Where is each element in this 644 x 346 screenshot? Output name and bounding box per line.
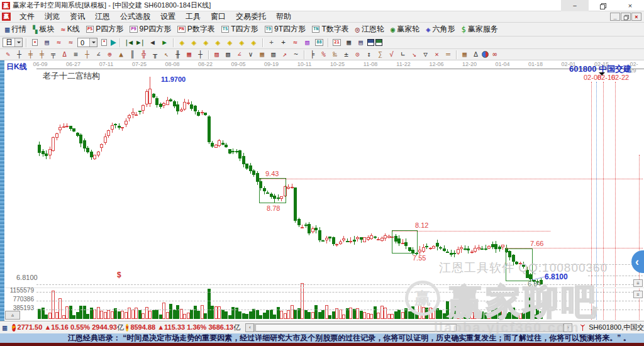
toolbar-button[interactable]: ◎江恩轮: [353, 23, 388, 35]
scroll-right-button[interactable]: ›: [564, 323, 572, 332]
menu-item[interactable]: 资讯: [65, 11, 90, 23]
adjust-selector[interactable]: 0: [77, 38, 97, 47]
draw-tool-icon[interactable]: %: [318, 50, 329, 60]
diamond-tool-button[interactable]: ◈: [201, 38, 211, 48]
scroll-left-button[interactable]: ‹: [245, 323, 254, 332]
playback-nav-button[interactable]: ◀: [147, 38, 158, 48]
diamond-tool-button[interactable]: ◈: [225, 38, 235, 48]
playback-nav-button[interactable]: |◀: [123, 38, 134, 48]
menu-item[interactable]: 江恩: [90, 11, 115, 23]
cursor-tool-icon[interactable]: +: [266, 38, 277, 48]
draw-tool-icon[interactable]: ⊕: [104, 50, 115, 60]
diamond-tool-button[interactable]: ◈: [177, 38, 187, 48]
toolbar-button[interactable]: $赢家服务: [458, 23, 501, 35]
draw-tool-icon[interactable]: ↖: [161, 50, 172, 60]
cursor-tool-icon[interactable]: 88: [314, 38, 325, 48]
scroll-track[interactable]: [254, 323, 564, 332]
draw-tool-icon[interactable]: ▦: [459, 50, 470, 60]
draw-tool-icon[interactable]: ±: [341, 50, 352, 60]
draw-tool-icon[interactable]: ✎: [3, 50, 13, 60]
horizontal-scrollbar[interactable]: ‹ ›: [245, 323, 572, 332]
menu-item[interactable]: 窗口: [206, 11, 231, 23]
draw-tool-icon[interactable]: ∠: [93, 50, 104, 60]
menu-item[interactable]: 交易委托: [231, 11, 271, 23]
menu-item[interactable]: 公式选股: [115, 11, 155, 23]
draw-tool-icon[interactable]: ┼: [14, 50, 25, 60]
draw-tool-icon[interactable]: ~: [291, 50, 301, 60]
draw-tool-icon[interactable]: ‰: [330, 50, 340, 60]
draw-tool-icon[interactable]: ╬: [138, 50, 149, 60]
draw-tool-icon[interactable]: ∑: [375, 50, 386, 60]
draw-tool-icon[interactable]: ┼: [82, 50, 92, 60]
draw-tool-icon[interactable]: ╪: [25, 50, 36, 60]
close-button[interactable]: ×: [616, 0, 644, 11]
nav-tool-icon[interactable]: ≈: [65, 38, 76, 48]
draw-tool-icon[interactable]: ×: [431, 50, 442, 60]
toolbar-button[interactable]: TST四方形: [219, 23, 262, 35]
layer-menu-button-1[interactable]: ≡: [633, 279, 643, 287]
toolbar-button[interactable]: ◉赢家轮: [388, 23, 423, 35]
draw-tool-icon[interactable]: Δ: [59, 50, 70, 60]
scroll-thumb[interactable]: [255, 324, 457, 332]
draw-tool-icon[interactable]: ↗: [279, 50, 290, 60]
pane-collapse-button[interactable]: ▵: [5, 311, 20, 320]
draw-tool-icon[interactable]: ∆: [470, 50, 481, 60]
stock-reference[interactable]: SH601800,中国交建: [579, 323, 644, 332]
infinity-tool-icon[interactable]: ∞: [489, 50, 500, 60]
playback-nav-button[interactable]: ▶: [159, 38, 170, 48]
cursor-tool-icon[interactable]: +: [278, 38, 289, 48]
cursor-tool-icon[interactable]: ≈: [290, 38, 301, 48]
flag-icon[interactable]: [111, 40, 116, 46]
mdi-restore-button[interactable]: [621, 13, 631, 21]
menu-item[interactable]: 帮助: [271, 11, 296, 23]
draw-tool-icon[interactable]: ▨: [211, 50, 222, 60]
draw-tool-icon[interactable]: ∨: [245, 50, 256, 60]
nav-tool-icon[interactable]: ≈: [53, 38, 64, 48]
diamond-tool-button[interactable]: ◈: [189, 38, 199, 48]
save-icon[interactable]: [367, 39, 374, 46]
draw-tool-icon[interactable]: ╞: [307, 50, 318, 60]
playback-nav-button[interactable]: ▶|: [135, 38, 146, 48]
chart-canvas[interactable]: 日K线 06-0906-2707-1107-2508-0808-2209-050…: [0, 60, 644, 321]
export-icon[interactable]: [375, 39, 382, 46]
draw-tool-icon[interactable]: ═: [443, 50, 453, 60]
sz-index-quote[interactable]: 8594.88 ▲115.33 1.36% 3686.13亿: [130, 323, 240, 332]
toolbar-button[interactable]: ▚板块: [30, 23, 58, 35]
toolbar-button[interactable]: PNP数字表: [175, 23, 218, 35]
diamond-tool-button[interactable]: ◈: [213, 38, 223, 48]
toolbar-button[interactable]: ◈六角形: [423, 23, 458, 35]
draw-tool-icon[interactable]: ≡: [70, 50, 81, 60]
draw-tool-icon[interactable]: ▽: [420, 50, 431, 60]
minimize-button[interactable]: −: [561, 0, 589, 11]
toolbar-button[interactable]: TNT数字表: [309, 23, 353, 35]
draw-tool-icon[interactable]: ↕: [364, 50, 374, 60]
period-selector[interactable]: 日: [3, 38, 23, 47]
toolbar-button[interactable]: PSP四方形: [84, 23, 127, 35]
draw-tool-icon[interactable]: ↘: [409, 50, 419, 60]
mdi-minimize-button[interactable]: _: [610, 13, 620, 21]
diamond-tool-button[interactable]: ◈: [248, 38, 259, 48]
draw-tool-icon[interactable]: ╫: [172, 50, 183, 60]
menu-item[interactable]: 工具: [180, 11, 206, 23]
quote-grid-icon[interactable]: ▦: [3, 323, 7, 332]
draw-tool-icon[interactable]: ╥: [150, 50, 160, 60]
draw-tool-icon[interactable]: ║: [127, 50, 138, 60]
draw-tool-icon[interactable]: ╤: [48, 50, 58, 60]
toolbar-button[interactable]: ≈K线: [58, 23, 83, 35]
draw-tool-icon[interactable]: ▲: [116, 50, 126, 60]
layer-menu-button-2[interactable]: ≡: [633, 291, 643, 298]
nav-tool-icon[interactable]: ▤: [42, 38, 52, 48]
diamond-tool-button[interactable]: ◈: [236, 38, 247, 48]
draw-tool-icon[interactable]: ▦: [184, 50, 194, 60]
utility-tool-icon[interactable]: ▤: [355, 38, 366, 48]
utility-tool-icon[interactable]: ▦: [343, 38, 354, 48]
draw-tool-icon[interactable]: ∠: [234, 50, 245, 60]
toolbar-button[interactable]: P99P四方形: [127, 23, 175, 35]
draw-tool-icon[interactable]: ▦: [257, 50, 267, 60]
draw-tool-icon[interactable]: ⊙: [352, 50, 363, 60]
toolbar-button[interactable]: T99T四方形: [262, 23, 309, 35]
draw-tool-icon[interactable]: ∟: [397, 50, 408, 60]
draw-tool-icon[interactable]: ▧: [223, 50, 233, 60]
draw-tool-icon[interactable]: √: [386, 50, 397, 60]
menu-item[interactable]: 浏览: [40, 11, 65, 23]
